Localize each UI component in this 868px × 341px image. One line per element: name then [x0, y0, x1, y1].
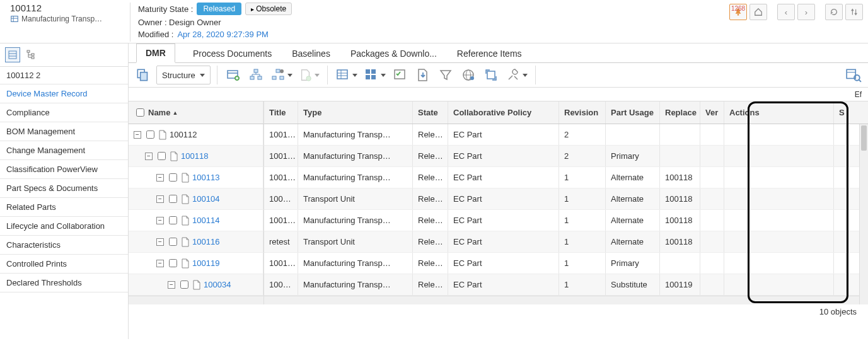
row-name[interactable]: 100114 — [192, 216, 219, 225]
expand-button[interactable] — [482, 66, 501, 84]
view-list-button[interactable] — [5, 47, 20, 62]
col-state-header[interactable]: State — [413, 101, 448, 124]
nav-item[interactable]: Change Management — [0, 141, 128, 160]
right-hscroll[interactable] — [264, 296, 868, 304]
table-row: 1001…Manufacturing Transp…Rele…EC Part2 — [264, 124, 868, 146]
nav-item[interactable]: Classification PowerView — [0, 160, 128, 179]
col-ver-header[interactable]: Ver — [700, 101, 724, 124]
structure-dropdown[interactable]: Structure — [156, 66, 211, 84]
col-name-header[interactable]: Name — [148, 108, 170, 117]
svg-point-41 — [854, 75, 860, 81]
refresh-button[interactable] — [825, 4, 843, 20]
col-s-header[interactable]: S — [834, 101, 847, 124]
nav-item[interactable]: Declared Thresholds — [0, 274, 128, 292]
nav-item[interactable]: BOM Management — [0, 122, 128, 141]
left-hscroll[interactable] — [129, 296, 263, 304]
nav-item[interactable]: Related Parts — [0, 198, 128, 217]
svg-point-37 — [470, 76, 474, 80]
svg-rect-0 — [11, 16, 18, 22]
cell-state: Rele… — [413, 253, 448, 274]
row-checkbox[interactable] — [146, 130, 154, 139]
table-icon — [335, 67, 350, 83]
col-policy-header[interactable]: Collaborative Policy — [448, 101, 559, 124]
row-checkbox[interactable] — [169, 173, 177, 182]
row-name[interactable]: 100104 — [192, 194, 219, 204]
cell-title: 1001… — [264, 210, 298, 231]
check-list-button[interactable] — [391, 66, 410, 84]
filter-button[interactable] — [436, 66, 455, 84]
modified-date[interactable]: Apr 28, 2020 9:27:39 PM — [177, 30, 269, 39]
nav-forward-button[interactable]: › — [797, 4, 815, 20]
svg-rect-19 — [258, 76, 262, 79]
row-checkbox[interactable] — [169, 195, 177, 203]
nav-item[interactable]: Characteristics — [0, 236, 128, 255]
export-button[interactable] — [414, 66, 432, 84]
row-name[interactable]: 100119 — [192, 258, 219, 268]
nav-item[interactable]: Compliance — [0, 103, 128, 122]
row-name[interactable]: 100116 — [192, 237, 219, 246]
row-checkbox[interactable] — [158, 152, 166, 160]
cell-actions — [724, 253, 834, 274]
structure-gear-icon — [270, 67, 286, 83]
tab[interactable]: Packages & Downlo... — [348, 43, 439, 62]
globe-button[interactable] — [459, 66, 478, 84]
vscroll[interactable] — [859, 124, 868, 304]
table-view-button[interactable] — [334, 66, 359, 84]
tab[interactable]: DMR — [136, 43, 175, 63]
effectivity-label[interactable]: Ef — [855, 90, 862, 99]
structure-icon — [248, 67, 263, 83]
tools-dropdown[interactable] — [504, 66, 529, 84]
col-title-header[interactable]: Title — [264, 101, 298, 124]
tree-toggle[interactable]: − — [156, 217, 164, 224]
nav-item[interactable]: Device Master Record — [0, 84, 128, 103]
table-row: −100113 — [129, 167, 263, 188]
nav-item[interactable]: Lifecycle and Collaboration — [0, 217, 128, 236]
row-checkbox[interactable] — [180, 280, 188, 289]
row-name[interactable]: 100118 — [181, 151, 208, 161]
find-button[interactable] — [844, 66, 863, 84]
cell-replace: 100118 — [660, 167, 700, 188]
export-icon — [415, 67, 431, 83]
col-actions-header[interactable]: Actions — [724, 101, 834, 124]
tree-toggle[interactable]: − — [168, 281, 175, 289]
home-button[interactable] — [749, 4, 767, 20]
copy-button[interactable] — [134, 66, 153, 84]
structure-tree-button[interactable] — [246, 66, 265, 84]
select-all-checkbox[interactable] — [136, 108, 144, 117]
nav-item[interactable]: Controlled Prints — [0, 255, 128, 274]
notifications-button[interactable]: 1268 — [729, 4, 747, 20]
row-checkbox[interactable] — [169, 259, 177, 267]
col-rev-header[interactable]: Revision — [559, 101, 606, 124]
tree-toggle[interactable]: − — [145, 153, 153, 160]
tree-toggle[interactable]: − — [156, 195, 164, 203]
obsolete-button[interactable]: ▸ Obsolete — [245, 3, 292, 15]
tab[interactable]: Baselines — [289, 43, 333, 62]
tab[interactable]: Reference Items — [454, 43, 524, 62]
nav-back-button[interactable]: ‹ — [777, 4, 795, 20]
tree-toggle[interactable]: − — [134, 131, 141, 139]
window-icon — [226, 67, 241, 83]
nav-item[interactable]: Part Specs & Documents — [0, 179, 128, 198]
col-usage-header[interactable]: Part Usage — [606, 101, 660, 124]
row-checkbox[interactable] — [169, 238, 177, 246]
view-tree-button[interactable] — [24, 47, 39, 62]
cell-type: Manufacturing Transp… — [298, 146, 413, 166]
row-name[interactable]: 100034 — [204, 280, 231, 289]
cell-revision: 1 — [559, 167, 606, 188]
new-window-button[interactable] — [224, 66, 243, 84]
col-type-header[interactable]: Type — [298, 101, 413, 124]
new-doc-button[interactable] — [298, 66, 321, 84]
tree-toggle[interactable]: − — [156, 238, 164, 246]
col-replace-header[interactable]: Replace — [660, 101, 700, 124]
grid-view-button[interactable] — [362, 66, 387, 84]
tree-toggle[interactable]: − — [156, 260, 164, 267]
tree-toggle[interactable]: − — [156, 174, 164, 182]
cell-revision: 1 — [559, 210, 606, 231]
row-name[interactable]: 100113 — [192, 173, 219, 182]
row-checkbox[interactable] — [169, 216, 177, 224]
cell-s — [834, 210, 847, 231]
tab[interactable]: Process Documents — [190, 43, 274, 62]
cell-s — [834, 231, 847, 252]
structure-tree-dropdown[interactable] — [269, 66, 294, 84]
sort-button[interactable] — [845, 4, 863, 20]
